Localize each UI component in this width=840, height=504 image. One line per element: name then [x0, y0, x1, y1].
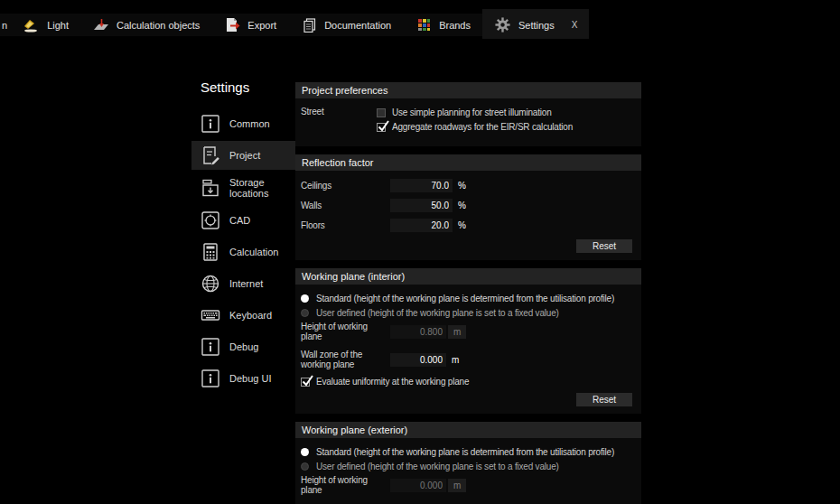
sidebar-item-keyboard[interactable]: Keyboard: [191, 301, 295, 330]
export-icon: [223, 18, 241, 33]
standard-radio[interactable]: [301, 448, 309, 456]
documentation-icon: [300, 18, 318, 33]
aggregate-roadways-label: Aggregate roadways for the EIR/SR calcul…: [392, 122, 573, 132]
tab-brands[interactable]: Brands: [403, 14, 482, 36]
simple-planning-label: Use simple planning for street illuminat…: [392, 107, 552, 117]
height-label: Height of working plane: [301, 322, 390, 341]
sidebar-item-label: CAD: [229, 215, 250, 226]
page-title: Settings: [201, 79, 295, 95]
height-input: [390, 479, 446, 492]
keyboard-icon: [201, 305, 220, 325]
sidebar-item-label: Debug: [229, 341, 258, 352]
info-icon: [201, 369, 220, 388]
walls-unit: %: [458, 201, 466, 210]
standard-radio-label: Standard (height of the working plane is…: [316, 294, 614, 303]
tab-settings[interactable]: Settings X: [482, 9, 589, 39]
aggregate-roadways-checkbox[interactable]: [377, 123, 386, 132]
tab-documentation-label: Documentation: [324, 20, 391, 31]
cad-icon: [201, 210, 220, 230]
height-label: Height of working plane: [301, 475, 390, 495]
uniformity-checkbox[interactable]: [301, 378, 310, 387]
ceilings-unit: %: [458, 181, 466, 191]
section-project-preferences: Project preferences Street Use simple pl…: [295, 82, 641, 146]
tab-bar: n Light Calculation objects: [0, 9, 589, 39]
sidebar-item-label: Storage locations: [229, 177, 295, 199]
lamp-icon: [23, 18, 41, 33]
tab-calculation-objects[interactable]: Calculation objects: [80, 14, 211, 36]
info-icon: [201, 337, 220, 357]
section-header: Reflection factor: [295, 154, 641, 171]
sidebar-item-label: Calculation: [229, 247, 278, 257]
tab-settings-label: Settings: [518, 20, 555, 31]
tab-brands-label: Brands: [439, 20, 471, 31]
sidebar-item-project[interactable]: Project: [191, 141, 295, 170]
height-unit: m: [448, 325, 466, 339]
sidebar-item-label: Keyboard: [229, 310, 272, 321]
ceilings-label: Ceilings: [301, 181, 390, 191]
tab-export[interactable]: Export: [211, 14, 288, 36]
floors-input[interactable]: [390, 219, 453, 232]
tab-partial-label: n: [2, 20, 7, 31]
wall-zone-label: Wall zone of the working plane: [301, 350, 390, 369]
section-working-plane-exterior: Working plane (exterior) Standard (heigh…: [295, 422, 641, 504]
tab-light-label: Light: [47, 20, 69, 31]
app-window: n Light Calculation objects: [0, 0, 840, 504]
floors-label: Floors: [301, 220, 390, 230]
sidebar-item-cad[interactable]: CAD: [191, 206, 295, 235]
tab-light[interactable]: Light: [11, 14, 80, 36]
wall-zone-unit: m: [452, 355, 459, 365]
tab-partial[interactable]: n: [0, 14, 11, 36]
ceilings-input[interactable]: [390, 179, 453, 192]
standard-radio[interactable]: [301, 294, 309, 303]
section-header: Project preferences: [295, 82, 641, 98]
sidebar-item-common[interactable]: Common: [191, 109, 295, 138]
wall-zone-input[interactable]: [390, 353, 446, 367]
sidebar-item-label: Internet: [229, 278, 263, 289]
project-document-icon: [201, 145, 220, 165]
settings-panel: Project preferences Street Use simple pl…: [295, 82, 641, 504]
info-icon: [201, 114, 220, 134]
sidebar-item-label: Common: [229, 118, 270, 129]
sidebar-item-storage-locations[interactable]: Storage locations: [191, 173, 295, 203]
walls-label: Walls: [301, 201, 390, 210]
reset-button[interactable]: Reset: [576, 393, 632, 406]
settings-sidebar: Settings Common Project: [191, 79, 295, 396]
street-label: Street: [301, 107, 377, 135]
sidebar-item-debug[interactable]: Debug: [191, 332, 295, 361]
floors-unit: %: [458, 220, 466, 230]
storage-box-icon: [201, 178, 220, 198]
reset-button[interactable]: Reset: [576, 239, 632, 253]
section-header: Working plane (exterior): [295, 422, 641, 438]
calculator-icon: [201, 242, 220, 262]
sidebar-item-debug-ui[interactable]: Debug UI: [191, 364, 295, 393]
section-reflection-factor: Reflection factor Ceilings % Walls % Flo…: [295, 154, 641, 260]
height-unit: m: [448, 479, 466, 492]
tab-documentation[interactable]: Documentation: [288, 14, 403, 36]
calculation-objects-icon: [92, 18, 110, 33]
height-input: [390, 325, 446, 339]
globe-icon: [201, 274, 220, 294]
tab-export-label: Export: [247, 20, 276, 31]
uniformity-label: Evaluate uniformity at the working plane: [316, 377, 469, 387]
section-header: Working plane (interior): [295, 268, 641, 285]
sidebar-item-label: Project: [229, 150, 260, 161]
user-defined-radio-label: User defined (height of the working plan…: [316, 462, 559, 471]
gear-icon: [494, 18, 512, 33]
tab-calculation-objects-label: Calculation objects: [117, 20, 200, 31]
user-defined-radio-label: User defined (height of the working plan…: [316, 308, 559, 318]
sidebar-item-label: Debug UI: [229, 373, 271, 384]
close-icon[interactable]: X: [572, 20, 578, 30]
user-defined-radio[interactable]: [301, 309, 309, 317]
walls-input[interactable]: [390, 199, 453, 212]
simple-planning-checkbox[interactable]: [377, 108, 386, 117]
section-working-plane-interior: Working plane (interior) Standard (heigh…: [295, 268, 641, 414]
brands-icon: [415, 18, 433, 33]
user-defined-radio[interactable]: [301, 462, 309, 471]
standard-radio-label: Standard (height of the working plane is…: [316, 447, 614, 457]
sidebar-item-internet[interactable]: Internet: [191, 269, 295, 298]
sidebar-item-calculation[interactable]: Calculation: [191, 238, 295, 266]
